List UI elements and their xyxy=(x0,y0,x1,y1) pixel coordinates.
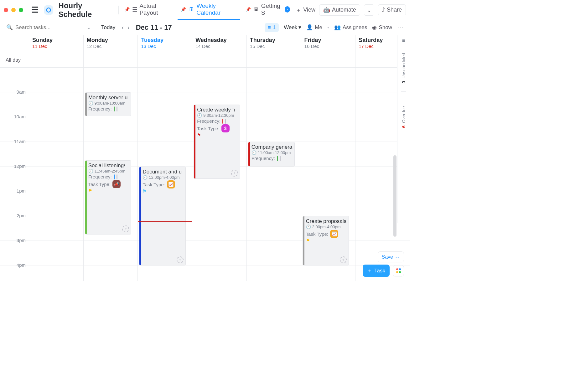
allday-fri[interactable] xyxy=(301,53,355,67)
task-label: Task xyxy=(374,268,385,274)
show-label: Show xyxy=(379,24,392,31)
view-label: View xyxy=(303,7,315,13)
tab-label: Weekly Calendar xyxy=(196,3,236,16)
workspace-icon[interactable] xyxy=(44,5,53,15)
clock-icon: 🕘 xyxy=(142,175,148,180)
add-assignee-icon[interactable]: + xyxy=(122,225,129,232)
apps-button[interactable] xyxy=(393,265,404,276)
col-tue[interactable]: Document and u 🕘12:00pm-4:00pm Task Type… xyxy=(137,68,192,281)
share-icon: ⤴ xyxy=(382,7,385,13)
col-thu[interactable]: Company genera 🕘11:00am-12:00pm Frequenc… xyxy=(246,68,301,281)
allday-thu[interactable] xyxy=(246,53,301,67)
day-header-mon[interactable]: Monday12 Dec xyxy=(83,35,138,53)
eye-icon: ◉ xyxy=(372,24,377,31)
me-label: Me xyxy=(315,24,322,31)
calendar-icon: 🗓 xyxy=(189,6,194,13)
filter-icon: ≡ xyxy=(268,24,271,31)
filter-count: 1 xyxy=(273,24,276,31)
close-window[interactable] xyxy=(4,8,8,12)
allday-wed[interactable] xyxy=(192,53,246,67)
event-title: Monthly server u xyxy=(88,95,129,101)
share-button[interactable]: ⤴ Share xyxy=(378,4,406,15)
event-company-general[interactable]: Company genera 🕘11:00am-12:00pm Frequenc… xyxy=(248,142,295,167)
event-title: Social listening/ xyxy=(88,162,129,169)
col-sun[interactable] xyxy=(29,68,83,281)
megaphone-icon: 📣 xyxy=(112,180,121,188)
toggle-sidebar-icon[interactable]: ≡ xyxy=(402,38,405,44)
save-label: Save xyxy=(382,254,393,260)
tab-weekly-calendar[interactable]: 📌 🗓 Weekly Calendar xyxy=(178,0,240,20)
event-monthly-server[interactable]: Monthly server u 🕘9:00am-10:00am Frequen… xyxy=(85,92,132,116)
pin-icon: 📌 xyxy=(124,7,130,12)
tab-actual-payout[interactable]: 📌 ☰ Actual Payout xyxy=(121,0,175,20)
page-title: Hourly Schedule xyxy=(59,1,113,19)
overdue-panel[interactable]: 6 Overdue xyxy=(401,106,406,128)
automate-label: Automate xyxy=(332,7,356,13)
allday-tue[interactable] xyxy=(137,53,192,67)
chart-icon: 📈 xyxy=(167,180,175,188)
clock-icon: 🕘 xyxy=(88,169,93,173)
clock-icon: 🕘 xyxy=(306,224,311,229)
day-header-fri[interactable]: Friday16 Dec xyxy=(301,35,355,53)
search-icon: 🔍 xyxy=(6,24,13,31)
day-header-thu[interactable]: Thursday15 Dec xyxy=(246,35,301,53)
event-document-and[interactable]: Document and u 🕘12:00pm-4:00pm Task Type… xyxy=(139,167,186,266)
chevron-right-icon: › xyxy=(285,6,290,13)
minimize-window[interactable] xyxy=(11,8,16,12)
day-header-sun[interactable]: Sunday11 Dec xyxy=(29,35,83,53)
chevron-up-icon: ︿ xyxy=(395,254,400,260)
day-header-tue[interactable]: Tuesday13 Dec xyxy=(137,35,192,53)
view-button[interactable]: ＋ View xyxy=(296,6,315,14)
event-title: Create weekly fi xyxy=(197,107,238,113)
allday-label: All day xyxy=(0,53,29,67)
event-create-weekly[interactable]: Create weekly fi 🕘9:30am-12:30pm Frequen… xyxy=(194,105,240,179)
assignees-filter[interactable]: 👥 Assignees xyxy=(334,24,367,31)
show-toggle[interactable]: ◉ Show xyxy=(372,24,392,31)
now-indicator xyxy=(138,221,192,222)
week-label: Week xyxy=(284,24,297,31)
clock-icon: 🕘 xyxy=(88,101,93,106)
prev-week[interactable]: ‹ xyxy=(120,24,125,31)
dollar-icon: $ xyxy=(221,124,230,132)
robot-icon: 🤖 xyxy=(323,7,330,13)
flag-icon: ⚑ xyxy=(142,188,184,193)
filter-indicator[interactable]: ≡ 1 xyxy=(265,23,279,32)
week-selector[interactable]: Week ▾ xyxy=(284,24,301,31)
chart-icon: 📈 xyxy=(330,230,338,238)
person-icon: 👤 xyxy=(306,24,313,31)
scrollbar[interactable] xyxy=(393,155,396,237)
col-fri[interactable]: Create proposals 🕘2:00pm-4:00pm Task Typ… xyxy=(301,68,355,281)
day-header-row: Sunday11 Dec Monday12 Dec Tuesday13 Dec … xyxy=(0,35,410,53)
new-task-button[interactable]: ＋ Task xyxy=(363,265,390,277)
maximize-window[interactable] xyxy=(19,8,23,12)
add-assignee-icon[interactable]: + xyxy=(231,170,238,177)
search-container: 🔍 xyxy=(6,24,81,31)
tab-getting-started[interactable]: 📌 🗎 Getting S › xyxy=(242,0,293,20)
col-mon[interactable]: Monthly server u 🕘9:00am-10:00am Frequen… xyxy=(83,68,138,281)
day-header-wed[interactable]: Wednesday14 Dec xyxy=(192,35,246,53)
menu-icon[interactable]: ☰ xyxy=(31,5,39,15)
tab-label: Getting S xyxy=(261,3,283,16)
pin-icon: 📌 xyxy=(181,7,186,12)
today-button[interactable]: Today xyxy=(101,24,115,31)
flag-icon: ⚑ xyxy=(306,238,347,243)
me-filter[interactable]: 👤 Me xyxy=(306,24,322,31)
allday-sun[interactable] xyxy=(29,53,83,67)
search-input[interactable] xyxy=(15,24,72,31)
next-week[interactable]: › xyxy=(126,24,131,31)
col-wed[interactable]: Create weekly fi 🕘9:30am-12:30pm Frequen… xyxy=(192,68,246,281)
event-create-proposals[interactable]: Create proposals 🕘2:00pm-4:00pm Task Typ… xyxy=(303,216,349,266)
event-social-listening[interactable]: Social listening/ 🕘11:45am-2:45pm Freque… xyxy=(85,160,132,235)
unscheduled-panel[interactable]: 0 Unscheduled xyxy=(401,53,406,83)
more-options[interactable]: ⋯ xyxy=(397,24,403,31)
automate-button[interactable]: 🤖 Automate xyxy=(319,4,360,16)
list-icon: ☰ xyxy=(132,6,137,13)
search-dropdown[interactable]: ⌄ xyxy=(86,24,91,31)
save-button[interactable]: Save ︿ xyxy=(378,251,404,262)
event-title: Document and u xyxy=(142,169,184,175)
add-assignee-icon[interactable]: + xyxy=(340,256,347,263)
allday-mon[interactable] xyxy=(83,53,138,67)
add-assignee-icon[interactable]: + xyxy=(177,256,184,263)
automate-dropdown[interactable]: ⌄ xyxy=(364,4,374,16)
window-controls xyxy=(4,8,23,12)
